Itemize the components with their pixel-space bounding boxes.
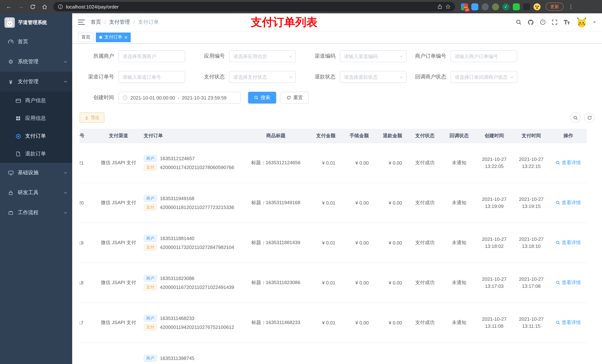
merchant-order-no-input[interactable] (451, 50, 517, 62)
filter-label: 退款状态 (301, 74, 340, 80)
sidebar-item-refund-order[interactable]: 退款订单 (0, 145, 72, 163)
sidebar-item-app-info[interactable]: 应用信息 (0, 110, 72, 127)
pay-time: 2021-10-2713:11:15 (513, 302, 550, 343)
export-button[interactable]: 导出 (80, 113, 104, 123)
sidebar-item-infra[interactable]: 基础设施 (0, 163, 72, 183)
chrome-update-button[interactable]: 更新 (546, 3, 563, 11)
avatar-caret-icon[interactable] (593, 21, 596, 24)
extensions-area: 10 ✓ (461, 3, 540, 10)
help-icon[interactable]: ? (540, 19, 546, 25)
table-row: 120 微信 JSAPI 支付 商户1635311949168 支付420000… (80, 183, 587, 223)
col-refund: 退款金额 (374, 129, 407, 143)
reset-button[interactable]: 重置 (281, 92, 309, 104)
merchant-tag: 商户 (144, 315, 157, 322)
table-header-row: 编号 支付渠道 支付订单 商品标题 支付金额 手续金额 退款金额 支付状态 回调… (80, 129, 587, 143)
date-range-picker[interactable]: 2021-10-01 00:00:00 - 2021-10-31 23:59:5… (118, 92, 241, 104)
channel-no: 4200001167202110271022491439 (160, 284, 234, 290)
bookmark-star-icon[interactable] (445, 4, 451, 9)
col-actions: 操作 (550, 129, 587, 143)
tab-home[interactable]: 首页 (78, 32, 94, 42)
pay-order-cell: 商户1635311823086 支付4200001167202110271022… (141, 263, 244, 302)
channel-no: 4200001181202110277723215336 (160, 204, 234, 210)
sidebar-item-pay[interactable]: ¥ 支付管理 (0, 72, 72, 92)
chevron-down-icon (63, 210, 68, 215)
merchant-no: 1635311949168 (160, 196, 194, 201)
breadcrumb-home[interactable]: 首页 (91, 19, 101, 26)
merchant-tag: 商户 (144, 195, 157, 202)
refresh-icon[interactable] (27, 1, 38, 12)
extension-blue-icon[interactable] (471, 3, 478, 10)
sidebar-item-home[interactable]: 首页 (0, 32, 72, 52)
view-detail-link[interactable]: 查看详情 (556, 239, 581, 246)
order-id: 118 (80, 263, 96, 302)
table-row: 118 微信 JSAPI 支付 商户1635311823086 支付420000… (80, 263, 587, 302)
extension-puzzle-icon[interactable] (523, 3, 530, 10)
extension-green-icon[interactable] (513, 3, 520, 10)
chevron-down-icon (510, 75, 514, 79)
pay-channel: 微信 JSAPI 支付 (96, 223, 141, 263)
font-size-icon[interactable] (563, 20, 570, 25)
target-icon (15, 133, 22, 139)
merchant-no: 1635311398745 (160, 355, 194, 361)
toggle-search-icon[interactable] (570, 113, 580, 123)
sidebar-item-workflow[interactable]: 工作流程 (0, 203, 72, 223)
view-detail-link[interactable]: 查看详情 (556, 199, 581, 206)
sidebar-item-pay-order[interactable]: 支付订单 (0, 127, 72, 145)
col-fee: 手续金额 (341, 129, 374, 143)
fullscreen-icon[interactable] (552, 19, 558, 25)
sidebar-item-devtools[interactable]: 研发工具 (0, 183, 72, 203)
filter-notify-status: 回调商户状态 (412, 71, 517, 83)
close-icon[interactable] (124, 36, 127, 39)
user-avatar[interactable] (576, 17, 587, 28)
pay-order-cell: 商户1635311468233 支付4200001194202110276752… (141, 302, 244, 343)
breadcrumb-current: 支付订单 (138, 19, 159, 26)
refresh-table-icon[interactable] (584, 113, 595, 123)
github-icon[interactable] (527, 19, 534, 25)
date-separator: - (178, 95, 179, 100)
view-detail-link[interactable]: 查看详情 (556, 279, 581, 286)
app-navbar: 首页 / 支付管理 / 支付订单 支付订单列表 ? (72, 13, 602, 31)
breadcrumb-pay-mgmt[interactable]: 支付管理 (109, 19, 130, 26)
url-bar[interactable]: localhost:1024/pay/order (53, 2, 455, 11)
table-row: 119 微信 JSAPI 支付 商户1635311881440 支付420000… (80, 223, 587, 263)
pay-channel: 微信 JSAPI 支付 (96, 302, 141, 343)
pay-status: 支付成功 (407, 223, 442, 263)
fee-amount: ¥ 0.00 (341, 143, 374, 183)
sidebar-item-system[interactable]: ⚙ 系统管理 (0, 52, 72, 72)
search-icon[interactable] (516, 19, 522, 25)
forward-icon[interactable]: → (16, 1, 26, 12)
home-icon[interactable] (39, 1, 50, 12)
profile-avatar-icon[interactable] (534, 3, 540, 10)
site-info-icon[interactable] (58, 4, 63, 9)
notify-status: 未通知 (442, 183, 476, 223)
channel-order-no-input[interactable] (118, 71, 185, 83)
view-detail-link[interactable]: 查看详情 (556, 159, 581, 166)
refund-status-select[interactable] (340, 71, 407, 83)
notify-status: 未通知 (442, 263, 476, 302)
back-icon[interactable]: ← (4, 1, 14, 12)
extension-grid-icon[interactable]: 10 (461, 3, 468, 10)
pay-tag: 支付 (144, 283, 157, 291)
app-select[interactable] (229, 50, 296, 62)
pay-submenu: 商户信息 应用信息 支付订单 (0, 92, 72, 163)
share-icon[interactable] (437, 4, 442, 9)
sidebar-item-merchant-info[interactable]: 商户信息 (0, 92, 72, 110)
merchant-input[interactable] (118, 50, 185, 62)
hamburger-icon[interactable] (78, 20, 85, 25)
notify-status-select[interactable] (451, 71, 517, 83)
fee-amount: ¥ 0.00 (341, 183, 374, 223)
extension-gray-icon[interactable] (482, 3, 489, 10)
pay-channel: 微信 JSAPI 支付 (96, 183, 141, 223)
product-title: 标题：1635311823086 (244, 263, 307, 302)
pay-status-select[interactable] (229, 71, 296, 83)
filter-pay-status: 支付状态 (190, 71, 296, 83)
view-detail-link[interactable]: 查看详情 (556, 319, 581, 326)
channel-code-select[interactable] (340, 50, 407, 62)
browser-menu-icon[interactable]: ⋮ (568, 3, 574, 10)
extension-olive-icon[interactable] (492, 3, 499, 10)
tab-pay-order[interactable]: 支付订单 (96, 32, 131, 42)
search-button[interactable]: 搜索 (248, 92, 276, 104)
extension-check-icon[interactable]: ✓ (502, 3, 509, 10)
pay-amount: ¥ 0.01 (307, 143, 341, 183)
order-id: 117 (80, 302, 96, 343)
